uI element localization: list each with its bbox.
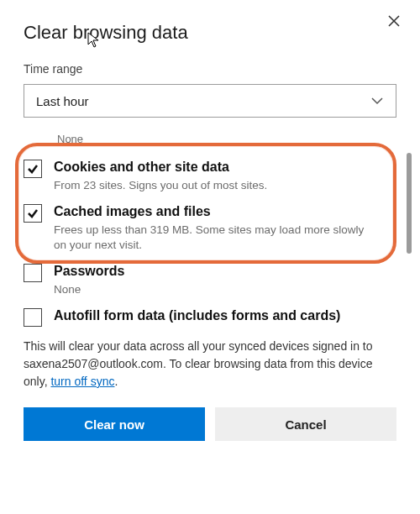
checkbox[interactable] [24, 204, 42, 223]
data-type-list: None Cookies and other site data From 23… [24, 129, 396, 323]
item-text: Cookies and other site data From 23 site… [54, 159, 267, 193]
dialog-buttons: Clear now Cancel [24, 407, 396, 441]
item-title: Cached images and files [54, 203, 365, 221]
item-subtitle: From 23 sites. Signs you out of most sit… [54, 178, 267, 193]
cancel-button[interactable]: Cancel [215, 407, 396, 441]
item-text: Passwords None [54, 263, 124, 297]
checkbox[interactable] [24, 308, 42, 327]
checkbox-item-cookies[interactable]: Cookies and other site data From 23 site… [24, 154, 396, 198]
check-icon [27, 163, 39, 175]
item-title: Passwords [54, 263, 124, 281]
item-title: Cookies and other site data [54, 159, 267, 176]
check-icon [27, 207, 39, 219]
time-range-label: Time range [24, 62, 396, 76]
sync-disclaimer: This will clear your data across all you… [24, 338, 396, 391]
checkbox[interactable] [24, 264, 42, 282]
chevron-down-icon [370, 94, 384, 108]
time-range-value: Last hour [36, 94, 89, 108]
item-subtitle: None [54, 282, 124, 297]
clear-now-button[interactable]: Clear now [24, 407, 205, 441]
turn-off-sync-link[interactable]: turn off sync [50, 375, 114, 388]
item-subtitle: Frees up less than 319 MB. Some sites ma… [54, 223, 365, 253]
checkbox-item-cache[interactable]: Cached images and files Frees up less th… [24, 198, 396, 258]
dialog-title: Clear browsing data [24, 22, 396, 44]
time-range-select[interactable]: Last hour [24, 84, 396, 118]
cursor-icon [87, 32, 101, 49]
truncated-item-subtitle: None [57, 133, 396, 145]
checkbox[interactable] [24, 160, 42, 178]
clear-browsing-data-dialog: Clear browsing data Time range Last hour… [0, 0, 420, 514]
dialog-title-text: Clear browsing data [24, 22, 188, 43]
checkbox-item-passwords[interactable]: Passwords None [24, 258, 396, 302]
checkbox-item-autofill[interactable]: Autofill form data (includes forms and c… [24, 302, 396, 332]
item-title: Autofill form data (includes forms and c… [54, 307, 340, 325]
disclaimer-text-b: . [114, 375, 118, 388]
item-text: Cached images and files Frees up less th… [54, 203, 365, 253]
item-text: Autofill form data (includes forms and c… [54, 307, 340, 325]
scrollbar[interactable] [407, 153, 412, 254]
